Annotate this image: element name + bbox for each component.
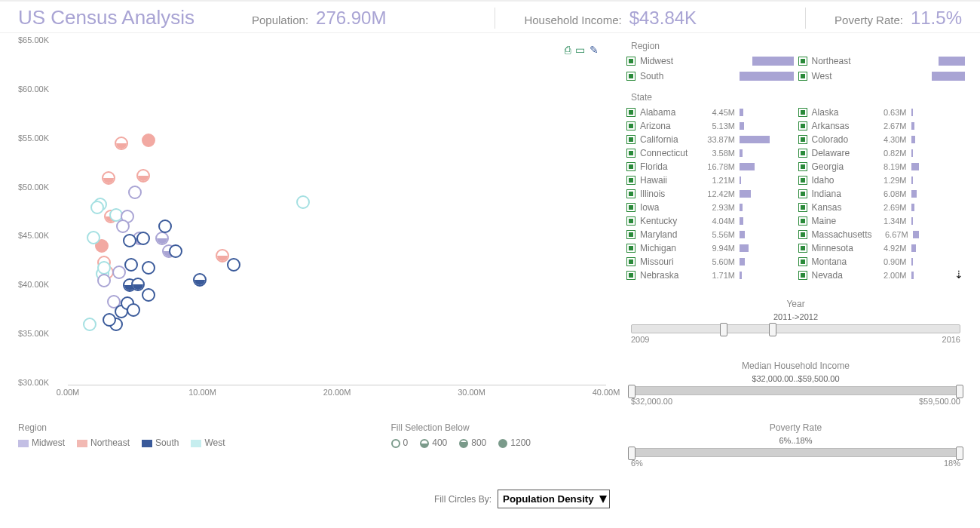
checkbox-icon[interactable] <box>626 121 635 130</box>
checkbox-icon[interactable] <box>798 216 807 226</box>
scatter-point[interactable] <box>169 244 182 258</box>
region-filter-item[interactable]: Northeast <box>798 54 966 68</box>
scatter-point[interactable] <box>97 274 111 287</box>
checkbox-icon[interactable] <box>798 108 807 117</box>
scatter-point[interactable] <box>155 232 169 245</box>
checkbox-icon[interactable] <box>798 230 807 239</box>
state-filter-item[interactable]: Missouri5.60M <box>626 255 794 269</box>
scatter-point[interactable] <box>128 186 142 199</box>
scatter-point[interactable] <box>116 219 130 233</box>
scatter-point[interactable] <box>90 201 104 214</box>
scatter-point[interactable] <box>136 169 150 183</box>
scatter-point[interactable] <box>87 231 100 244</box>
year-slider[interactable]: Year 2011->2012 20092016 <box>626 299 965 344</box>
scatter-point[interactable] <box>97 261 111 275</box>
checkbox-icon[interactable] <box>626 149 635 158</box>
state-filter-item[interactable]: Iowa2.93M <box>626 201 794 214</box>
state-filter-item[interactable]: Nevada2.00M <box>798 269 966 282</box>
checkbox-icon[interactable] <box>626 176 635 185</box>
scatter-point[interactable] <box>142 134 155 147</box>
checkbox-icon[interactable] <box>798 271 807 280</box>
checkbox-icon[interactable] <box>626 230 635 239</box>
checkbox-icon[interactable] <box>626 216 635 226</box>
income-slider[interactable]: Median Household Income $32,000.00..$59,… <box>626 361 965 406</box>
scatter-point[interactable] <box>227 258 240 272</box>
state-filter-item[interactable]: Idaho1.29M <box>798 173 966 187</box>
scatter-point[interactable] <box>124 258 138 272</box>
poverty-slider[interactable]: Poverty Rate 6%..18% 6%18% <box>626 422 965 468</box>
scatter-point[interactable] <box>131 278 145 291</box>
checkbox-icon[interactable] <box>798 135 807 144</box>
region-filter-item[interactable]: South <box>626 69 794 83</box>
scatter-chart[interactable]: ⎙ ▭ ✎ $30.00K$35.00K$40.00K$45.00K$50.00… <box>18 41 606 418</box>
state-filter-item[interactable]: Hawaii1.21M <box>626 173 794 187</box>
state-filter-item[interactable]: Arkansas2.67M <box>798 119 966 133</box>
scatter-point[interactable] <box>158 219 172 233</box>
state-filter-item[interactable]: Nebraska1.71M <box>626 269 794 282</box>
state-filter-item[interactable]: Maine1.34M <box>798 214 966 228</box>
state-filter-item[interactable]: Illinois12.42M <box>626 187 794 201</box>
checkbox-icon[interactable] <box>626 244 635 253</box>
checkbox-icon[interactable] <box>798 149 807 158</box>
scatter-point[interactable] <box>127 303 140 317</box>
checkbox-icon[interactable] <box>798 176 807 185</box>
state-filter-item[interactable]: Connecticut3.58M <box>626 146 794 160</box>
checkbox-icon[interactable] <box>626 108 635 117</box>
state-filter-item[interactable]: Montana0.90M <box>798 255 966 269</box>
legend-region: Region Midwest Northeast South West <box>18 422 225 448</box>
checkbox-icon[interactable] <box>798 57 807 66</box>
scatter-point[interactable] <box>193 273 207 287</box>
checkbox-icon[interactable] <box>626 189 635 198</box>
region-filter-item[interactable]: Midwest <box>626 54 794 68</box>
scatter-point[interactable] <box>115 137 128 150</box>
state-filter-item[interactable]: Florida16.78M <box>626 160 794 173</box>
checkbox-icon[interactable] <box>626 57 635 66</box>
scatter-point[interactable] <box>83 318 96 331</box>
region-filter-item[interactable]: West <box>798 69 966 83</box>
state-filter-item[interactable]: Alaska0.63M <box>798 106 966 119</box>
state-filter-item[interactable]: California33.87M <box>626 133 794 146</box>
checkbox-icon[interactable] <box>798 72 807 81</box>
checkbox-icon[interactable] <box>626 257 635 266</box>
state-filter-item[interactable]: Alabama4.45M <box>626 106 794 119</box>
state-filter: Alabama4.45MAlaska0.63MArizona5.13MArkan… <box>626 106 965 282</box>
state-filter-item[interactable]: Kansas2.69M <box>798 201 966 214</box>
scatter-point[interactable] <box>136 232 150 245</box>
checkbox-icon[interactable] <box>626 271 635 280</box>
scatter-point[interactable] <box>142 288 155 302</box>
state-filter-title: State <box>631 92 965 103</box>
checkbox-icon[interactable] <box>798 189 807 198</box>
region-filter: MidwestNortheastSouthWest <box>626 54 965 83</box>
checkbox-icon[interactable] <box>798 257 807 266</box>
state-filter-item[interactable]: Massachusetts6.67M <box>798 228 966 241</box>
state-filter-item[interactable]: Kentucky4.04M <box>626 214 794 228</box>
scatter-point[interactable] <box>142 261 155 275</box>
checkbox-icon[interactable] <box>626 162 635 171</box>
state-filter-item[interactable]: Indiana6.08M <box>798 187 966 201</box>
scatter-point[interactable] <box>112 266 126 279</box>
region-filter-title: Region <box>631 41 965 51</box>
scatter-point[interactable] <box>103 313 116 327</box>
checkbox-icon[interactable] <box>798 162 807 171</box>
scatter-point[interactable] <box>296 195 310 209</box>
checkbox-icon[interactable] <box>626 203 635 212</box>
checkbox-icon[interactable] <box>626 135 635 144</box>
scatter-point[interactable] <box>102 171 115 185</box>
kpi-population: Population: 276.90M <box>252 8 386 29</box>
legend-fill: Fill Selection Below 0 400 800 1200 <box>391 422 531 448</box>
state-filter-item[interactable]: Minnesota4.92M <box>798 241 966 255</box>
fill-by-select[interactable]: Population Density <box>498 490 610 508</box>
checkbox-icon[interactable] <box>798 121 807 130</box>
header-bar: US Census Analysis Population: 276.90M H… <box>0 0 980 33</box>
state-filter-item[interactable]: Delaware0.82M <box>798 146 966 160</box>
state-filter-item[interactable]: Maryland5.56M <box>626 228 794 241</box>
checkbox-icon[interactable] <box>626 72 635 81</box>
state-filter-item[interactable]: Colorado4.30M <box>798 133 966 146</box>
checkbox-icon[interactable] <box>798 244 807 253</box>
state-filter-item[interactable]: Michigan9.94M <box>626 241 794 255</box>
checkbox-icon[interactable] <box>798 203 807 212</box>
state-filter-item[interactable]: Georgia8.19M <box>798 160 966 173</box>
scatter-point[interactable] <box>123 234 136 247</box>
state-filter-item[interactable]: Arizona5.13M <box>626 119 794 133</box>
scroll-down-icon[interactable]: ⇣ <box>954 269 963 281</box>
